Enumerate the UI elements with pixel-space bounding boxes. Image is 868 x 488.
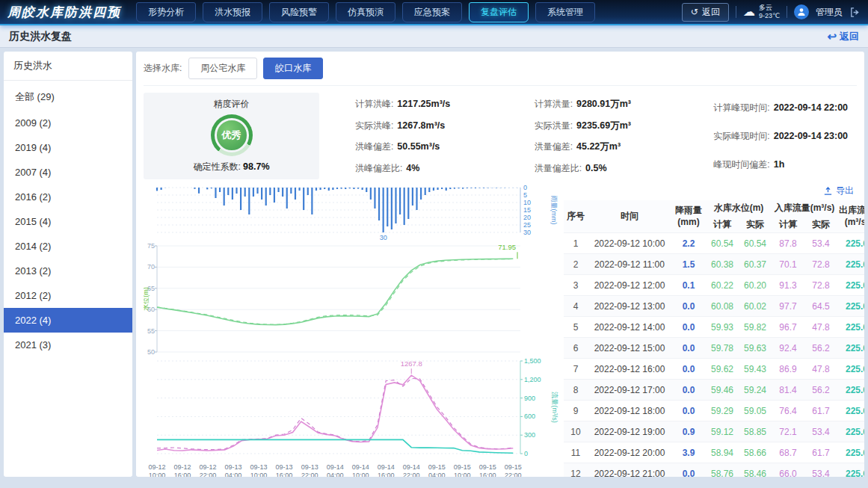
svg-text:71.95: 71.95: [498, 243, 516, 251]
table-row: 22022-09-12 11:001.560.3860.3770.172.822…: [564, 254, 864, 275]
flow-chart: 03006009001,2001,500流量(m³/s)1267.8: [144, 358, 559, 463]
svg-text:0: 0: [524, 450, 528, 457]
x-axis-label: 09-1522:00: [505, 463, 522, 477]
x-axis-label: 09-1410:00: [352, 463, 369, 477]
svg-text:1267.8: 1267.8: [401, 359, 422, 368]
accuracy-title: 精度评价: [214, 98, 250, 111]
x-axis-label: 09-1310:00: [250, 463, 268, 477]
x-axis-label: 09-1222:00: [200, 463, 217, 477]
stat-计算洪峰: 计算洪峰:1217.25m³/s: [355, 98, 499, 111]
history-flood-sidebar: 历史洪水 全部 (29)2009 (2)2019 (4)2007 (4)2016…: [4, 52, 132, 477]
table-header: 序号时间降雨量 (mm)水库水位(m)入库流量(m³/s)出库流量 (m³/s)…: [564, 200, 864, 233]
content-area: 历史洪水 全部 (29)2009 (2)2019 (4)2007 (4)2016…: [0, 48, 868, 481]
export-row: 导出: [564, 185, 857, 200]
app-title: 周皎水库防洪四预: [7, 4, 121, 21]
stat-实际峰现时间: 实际峰现时间:2022-09-14 23:00: [713, 130, 857, 143]
menu-item-仿真预演[interactable]: 仿真预演: [336, 2, 395, 22]
x-axis-label: 09-1422:00: [403, 463, 420, 477]
table-row: 52022-09-12 14:000.059.9359.8296.747.822…: [564, 317, 864, 338]
table-row: 82022-09-12 17:000.059.4659.2481.456.222…: [564, 380, 864, 401]
x-axis-label: 09-1210:00: [148, 463, 165, 477]
accuracy-gauge: 优秀: [211, 114, 253, 156]
x-axis-label: 09-1416:00: [378, 463, 395, 477]
sidebar-item-2019[interactable]: 2019 (4): [4, 135, 132, 160]
table-row: 62022-09-12 15:000.059.7859.6392.456.222…: [564, 338, 864, 359]
stats-row: 精度评价 优秀 确定性系数: 98.7% 计算洪峰:1217.25m³/s实际洪…: [144, 86, 857, 185]
navbar-right: ↺ 返回 ☁ 多云 9-23℃ 管理员: [682, 3, 861, 22]
x-axis-labels: 09-1210:0009-1216:0009-1222:0009-1304:00…: [144, 463, 559, 477]
sidebar-item-2007[interactable]: 2007 (4): [4, 160, 132, 185]
x-axis-label: 09-1516:00: [479, 463, 496, 477]
svg-text:75: 75: [147, 242, 155, 250]
svg-text:15: 15: [523, 206, 531, 214]
svg-text:25: 25: [523, 221, 531, 229]
year-list: 全部 (29)2009 (2)2019 (4)2007 (4)2016 (2)2…: [4, 81, 132, 357]
menu-item-应急预案[interactable]: 应急预案: [402, 2, 462, 22]
table-column: 导出 序号时间降雨量 (mm)水库水位(m)入库流量(m³/s)出库流量 (m³…: [564, 185, 857, 477]
sidebar-item-2021[interactable]: 2021 (3): [4, 333, 132, 357]
sidebar-item-2015[interactable]: 2015 (4): [4, 209, 132, 234]
svg-text:10: 10: [523, 199, 531, 206]
reservoir-tabs: 周公宅水库皎口水库: [188, 58, 323, 79]
nav-back-button[interactable]: ↺ 返回: [682, 3, 729, 22]
menu-item-形势分析[interactable]: 形势分析: [136, 2, 196, 22]
sidebar-item-2009[interactable]: 2009 (2): [4, 111, 132, 135]
accuracy-box: 精度评价 优秀 确定性系数: 98.7%: [144, 93, 319, 179]
svg-text:55: 55: [147, 327, 155, 335]
menu-item-系统管理[interactable]: 系统管理: [535, 2, 595, 22]
stat-洪量偏差: 洪量偏差:45.22万m³: [535, 140, 678, 153]
menu-item-洪水预报[interactable]: 洪水预报: [203, 2, 262, 22]
accuracy-grade-badge: 优秀: [215, 118, 249, 152]
svg-text:1,200: 1,200: [524, 376, 541, 383]
table-row: 32022-09-12 12:000.160.2260.2091.372.822…: [564, 275, 864, 296]
weather-condition: 多云: [759, 4, 780, 12]
svg-text:雨量(mm): 雨量(mm): [550, 196, 558, 225]
avatar[interactable]: [794, 4, 809, 19]
flood-stats-columns: 计算洪峰:1217.25m³/s实际洪峰:1267.8m³/s洪峰偏差:50.5…: [319, 93, 857, 179]
x-axis-label: 09-1216:00: [174, 463, 191, 477]
rainfall-chart: 051015202530雨量(mm)30: [144, 185, 559, 241]
menu-item-复盘评估[interactable]: 复盘评估: [469, 2, 529, 22]
user-icon: [796, 7, 807, 17]
sidebar-item-2022[interactable]: 2022 (4): [4, 308, 132, 333]
stat-峰现时间偏差: 峰现时间偏差:1h: [713, 158, 857, 171]
undo-icon: ↺: [691, 7, 698, 17]
page-header: 历史洪水复盘 ↩ 返回: [0, 25, 868, 48]
sidebar-item-2016[interactable]: 2016 (2): [4, 185, 132, 209]
back-arrow-icon: ↩: [827, 31, 837, 42]
cloud-icon: ☁: [743, 6, 755, 18]
svg-text:1,500: 1,500: [524, 358, 541, 365]
charts-column: 051015202530雨量(mm)30 505560657075水位(m)71…: [144, 185, 559, 477]
svg-text:70: 70: [147, 263, 155, 271]
sidebar-item-2014[interactable]: 2014 (2): [4, 234, 132, 259]
svg-text:水位(m): 水位(m): [144, 287, 150, 311]
table-row: 122022-09-12 21:000.058.7658.4666.053.42…: [564, 463, 864, 477]
sidebar-item-全部[interactable]: 全部 (29): [4, 84, 132, 111]
menu-item-风险预警[interactable]: 风险预警: [269, 2, 329, 22]
reservoir-select-row: 选择水库: 周公宅水库皎口水库: [144, 58, 857, 86]
stat-实际洪峰: 实际洪峰:1267.8m³/s: [355, 120, 499, 132]
certainty-coefficient: 确定性系数: 98.7%: [193, 161, 269, 173]
main-menu: 形势分析洪水预报风险预警仿真预演应急预案复盘评估系统管理: [136, 2, 595, 22]
page-back-label: 返回: [840, 30, 859, 43]
table-row: 92022-09-12 18:000.059.2959.0576.461.722…: [564, 401, 864, 421]
charts-and-table: 051015202530雨量(mm)30 505560657075水位(m)71…: [144, 185, 857, 477]
main-panel: 选择水库: 周公宅水库皎口水库 精度评价 优秀 确定性系数: 98.7% 计算洪…: [136, 52, 864, 477]
stat-计算峰现时间: 计算峰现时间:2022-09-14 22:00: [713, 102, 857, 114]
svg-text:900: 900: [524, 395, 535, 402]
nav-back-label: 返回: [702, 6, 720, 19]
x-axis-label: 09-1404:00: [327, 463, 344, 477]
sidebar-item-2013[interactable]: 2013 (2): [4, 259, 132, 283]
table-row: 112022-09-12 20:003.958.9458.6668.761.72…: [564, 442, 864, 463]
stat-洪峰偏差比: 洪峰偏差比:4%: [355, 162, 499, 175]
svg-text:50: 50: [147, 348, 155, 356]
reservoir-tab-周公宅水库[interactable]: 周公宅水库: [188, 58, 257, 79]
sidebar-item-2012[interactable]: 2012 (2): [4, 283, 132, 308]
page-back-button[interactable]: ↩ 返回: [827, 30, 859, 43]
reservoir-select-label: 选择水库:: [144, 62, 182, 75]
weather-widget: ☁ 多云 9-23℃: [743, 4, 780, 20]
export-button[interactable]: 导出: [823, 185, 854, 197]
logout-icon[interactable]: [849, 7, 861, 18]
stat-实际洪量: 实际洪量:9235.69万m³: [535, 120, 678, 132]
reservoir-tab-皎口水库[interactable]: 皎口水库: [263, 58, 323, 79]
